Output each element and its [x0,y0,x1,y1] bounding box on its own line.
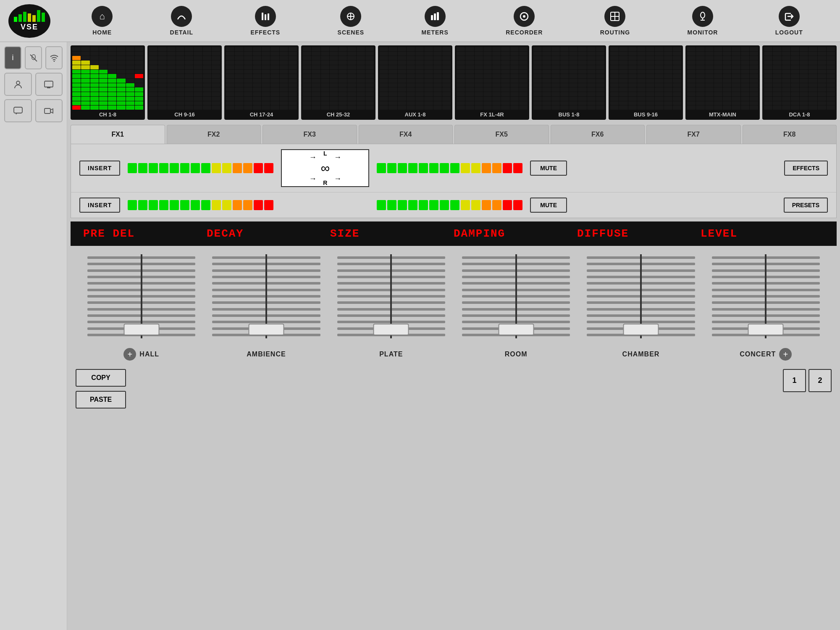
sidebar-btn-screen[interactable] [35,73,63,96]
meter-panel-aux1-8[interactable]: AUX 1-8 [378,45,452,120]
nav-scenes[interactable]: SCENES [333,4,369,38]
scenes-icon [340,6,361,27]
fx-panel-wrapper: INSERT [71,144,837,218]
sidebar-btn-video[interactable] [35,99,63,122]
slider-name-plate: PLATE [379,351,403,358]
nav-recorder[interactable]: RECORDER [501,4,547,38]
meter-panel-bus9-16[interactable]: BUS 9-16 [609,45,683,120]
led-green-3 [149,163,158,173]
slider-handle-chamber[interactable] [623,324,659,335]
detail-icon [171,6,192,27]
sidebar-btn-info[interactable]: i [4,46,21,69]
sliders-labels: + HALL AMBIENCE PLATE ROOM CHAMBER CONCE… [71,346,837,363]
meter-panel-ch1-8[interactable]: CH 1-8 [71,45,145,120]
fx-tab-fx2[interactable]: FX2 [167,125,261,144]
insert-button-top[interactable]: INSERT [79,161,120,176]
svg-point-19 [16,81,20,84]
meter-label-fx1l-4r: FX 1L-4R [480,111,504,118]
svg-rect-1 [265,14,266,20]
slider-track-ambience [204,254,328,338]
recorder-icon [514,6,535,27]
sidebar-btn-chat[interactable] [4,99,32,122]
svg-rect-6 [431,15,433,20]
nav-effects[interactable]: EFFECTS [246,4,284,38]
nav-detail[interactable]: DETAIL [166,4,198,38]
plus-btn-right[interactable]: + [779,348,792,361]
home-icon: ⌂ [92,6,113,27]
fx-tab-fx4[interactable]: FX4 [359,125,453,144]
sliders-area [71,246,837,343]
meter-panel-ch17-24[interactable]: CH 17-24 [224,45,299,120]
fx-tab-fx5[interactable]: FX5 [454,125,549,144]
mute-button-top[interactable]: MUTE [530,161,567,176]
insert-button-bottom[interactable]: INSERT [79,198,120,213]
slider-handle-room[interactable] [498,324,534,335]
slider-handle-hall[interactable] [123,324,159,335]
nav-home-label: HOME [92,29,112,36]
logout-icon [779,6,800,27]
svg-rect-20 [45,81,53,87]
paste-button[interactable]: PASTE [76,391,126,409]
meter-panel-ch9-16[interactable]: CH 9-16 [147,45,222,120]
fx-tab-fx8[interactable]: FX8 [743,125,837,144]
svg-rect-0 [262,13,263,20]
mute-button-bottom[interactable]: MUTE [530,198,567,213]
slider-col-hall [79,254,204,338]
slider-name-ambience: AMBIENCE [247,351,286,358]
nav-logout[interactable]: LOGOUT [771,4,807,38]
svg-rect-8 [437,12,439,20]
led-green-4 [159,163,168,173]
arrow-out-bottom: → [334,174,341,183]
led-green-5 [170,163,179,173]
slider-track-chamber [578,254,703,338]
fx-insert-row-top: INSERT [71,144,836,192]
fx-tab-fx7[interactable]: FX7 [646,125,741,144]
led-green-1 [128,163,137,173]
sidebar-btn-mic[interactable] [25,46,42,69]
meter-panel-dca1-8[interactable]: DCA 1-8 [762,45,837,120]
meter-panel-bus1-8[interactable]: BUS 1-8 [532,45,606,120]
sidebar-btn-user[interactable] [4,73,32,96]
plus-btn-left[interactable]: + [123,348,136,361]
led-green-8 [201,163,210,173]
logo-text: VSE [21,23,38,32]
top-navigation: VSE ⌂ HOME DETAIL EFFE [0,0,840,42]
nav-routing[interactable]: ROUTING [596,4,635,38]
fx-insert-row-bottom: INSERT [71,192,836,218]
slider-track-room [454,254,578,338]
meter-label-mtx-main: MTX-MAIN [709,111,736,118]
slider-name-concert: CONCERT [740,351,776,358]
page-button-1[interactable]: 1 [783,369,806,392]
nav-items: ⌂ HOME DETAIL EFFECTS [63,4,832,38]
slider-track-concert [704,254,828,338]
fx-tab-fx6[interactable]: FX6 [551,125,645,144]
nav-monitor[interactable]: MONITOR [683,4,722,38]
sidebar-btn-wifi[interactable] [45,46,63,69]
slider-handle-plate[interactable] [373,324,409,335]
slider-col-room [454,254,578,338]
effects-button[interactable]: EFFECTS [784,161,828,176]
nav-routing-label: ROUTING [600,29,630,36]
led-yellow-2 [222,163,231,173]
sidebar: i [0,42,67,630]
presets-button[interactable]: PRESETS [784,198,828,213]
slider-handle-concert[interactable] [748,324,784,335]
meter-panel-ch25-32[interactable]: CH 25-32 [301,45,375,120]
meter-panel-fx1l-4r[interactable]: FX 1L-4R [455,45,529,120]
svg-rect-7 [434,13,436,20]
fx-tab-fx1[interactable]: FX1 [71,125,165,144]
slider-col-ambience [204,254,328,338]
slider-handle-ambience[interactable] [248,324,284,335]
led-yellow-1 [212,163,221,173]
nav-recorder-label: RECORDER [506,29,543,36]
meter-panel-mtx-main[interactable]: MTX-MAIN [685,45,760,120]
nav-effects-label: EFFECTS [250,29,280,36]
copy-button[interactable]: COPY [76,369,126,387]
page-button-2[interactable]: 2 [808,369,832,392]
nav-home[interactable]: ⌂ HOME [87,4,117,38]
led-red-2 [264,163,273,173]
slider-name-chamber: CHAMBER [622,351,660,358]
nav-meters[interactable]: METERS [417,4,452,38]
fx-tab-fx3[interactable]: FX3 [262,125,357,144]
led-red-1 [254,163,263,173]
